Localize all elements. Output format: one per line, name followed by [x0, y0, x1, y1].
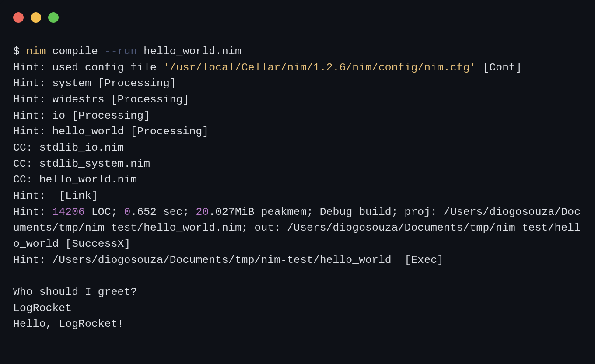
output-seconds-int: 0	[124, 206, 130, 218]
output-mem-int: 20	[196, 206, 209, 218]
program-output: Hello, LogRocket!	[13, 318, 124, 330]
output-line: Hint: io [Processing]	[13, 110, 150, 122]
command-subcommand: compile	[46, 46, 105, 57]
terminal-output[interactable]: $ nim compile --run hello_world.nim Hint…	[13, 44, 582, 332]
output-line: Hint: [Link]	[13, 190, 98, 202]
output-line: Hint:	[13, 206, 52, 218]
minimize-icon[interactable]	[31, 12, 41, 23]
output-line: Hint: /Users/diogosouza/Documents/tmp/ni…	[13, 254, 444, 266]
output-line: CC: stdlib_io.nim	[13, 142, 124, 154]
output-line: CC: stdlib_system.nim	[13, 158, 150, 170]
output-line: [Conf]	[476, 62, 522, 74]
output-line: Hint: widestrs [Processing]	[13, 94, 189, 105]
window-titlebar	[13, 12, 582, 23]
output-line: Hint: used config file	[13, 62, 163, 74]
program-prompt: Who should I greet?	[13, 286, 137, 298]
output-line: LOC;	[85, 206, 124, 218]
close-icon[interactable]	[13, 12, 24, 23]
prompt-symbol: $	[13, 46, 26, 57]
output-line: Hint: hello_world [Processing]	[13, 126, 209, 137]
command-flag: --run	[105, 46, 137, 57]
terminal-window: $ nim compile --run hello_world.nim Hint…	[0, 0, 595, 364]
output-loc-count: 14206	[52, 206, 85, 218]
command-filename: hello_world.nim	[144, 46, 242, 57]
output-line: Hint: system [Processing]	[13, 77, 176, 89]
command-binary: nim	[26, 46, 46, 57]
program-user-input: LogRocket	[13, 302, 72, 314]
command-space	[137, 46, 144, 57]
output-config-path: '/usr/local/Cellar/nim/1.2.6/nim/config/…	[163, 62, 476, 74]
zoom-icon[interactable]	[48, 12, 59, 23]
output-line: CC: hello_world.nim	[13, 174, 137, 186]
output-line: .652 sec;	[130, 206, 196, 218]
